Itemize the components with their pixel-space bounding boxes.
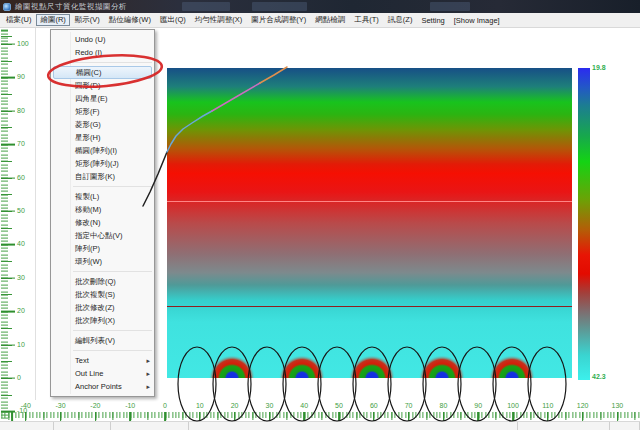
context-menu-item[interactable]: Redo (I) bbox=[51, 46, 154, 59]
colorbar-min-label: 42.3 bbox=[592, 373, 606, 380]
window-title: 繪圖視點尺寸質化監視擷圖分析 bbox=[15, 2, 127, 12]
context-menu-item[interactable]: 移動(M) bbox=[51, 203, 154, 216]
menu-item-draw[interactable]: 繪圖(R) bbox=[36, 14, 69, 26]
ruler-label: 50 bbox=[17, 207, 25, 214]
ruler-ticks bbox=[0, 412, 640, 421]
ruler-label: 40 bbox=[295, 402, 313, 409]
ruler-label: 20 bbox=[226, 402, 244, 409]
ruler-label: 130 bbox=[608, 402, 626, 409]
context-menu-item[interactable]: 四角星(E) bbox=[51, 92, 154, 105]
context-menu-item[interactable]: 自訂圖形(K) bbox=[51, 170, 154, 183]
lower-marker-line bbox=[167, 306, 572, 307]
menu-separator bbox=[73, 62, 152, 63]
ruler-label: 0 bbox=[156, 402, 174, 409]
context-menu-item[interactable]: Undo (U) bbox=[51, 33, 154, 46]
ruler-label: 60 bbox=[365, 402, 383, 409]
status-cell bbox=[0, 422, 54, 430]
workspace: 1009080706050403020100-10 -40-30-20-1001… bbox=[0, 28, 640, 421]
context-menu-item[interactable]: Out Line▸ bbox=[51, 367, 154, 380]
titlebar-decoration bbox=[182, 2, 230, 11]
menu-item-show-image[interactable]: [Show Image] bbox=[450, 15, 504, 26]
menu-item-tools[interactable]: 工具(T) bbox=[350, 14, 383, 26]
colorbar bbox=[578, 68, 590, 380]
ruler-label: -40 bbox=[17, 402, 35, 409]
app-window: 繪圖視點尺寸質化監視擷圖分析 檔案(U)繪圖(R)顯示(V)點位編修(W)匯出(… bbox=[0, 0, 640, 430]
ruler-label: 30 bbox=[260, 402, 278, 409]
context-menu-item[interactable]: 修改(N) bbox=[51, 216, 154, 229]
ruler-label: 10 bbox=[17, 341, 25, 348]
ruler-label: -20 bbox=[86, 402, 104, 409]
ruler-label: 0 bbox=[17, 374, 21, 381]
context-menu-item[interactable]: 環列(W) bbox=[51, 255, 154, 268]
menu-item-file[interactable]: 檔案(U) bbox=[2, 14, 35, 26]
context-menu-item[interactable]: 複製(L) bbox=[51, 190, 154, 203]
context-menu-item[interactable]: 橢圓(陣列)(I) bbox=[51, 144, 154, 157]
context-menu-item[interactable]: Text▸ bbox=[51, 354, 154, 367]
ruler-label: 70 bbox=[400, 402, 418, 409]
ruler-label: 70 bbox=[17, 140, 25, 147]
status-bar bbox=[0, 421, 640, 430]
ruler-label: 40 bbox=[17, 240, 25, 247]
titlebar-decoration bbox=[252, 2, 307, 11]
menu-bar: 檔案(U)繪圖(R)顯示(V)點位編修(W)匯出(Q)均勻性調整(X)圖片合成調… bbox=[0, 13, 640, 28]
context-menu: Undo (U)Redo (I)橢圓(C)圓形(D)四角星(E)矩形(F)菱形(… bbox=[50, 29, 155, 397]
ruler-label: 100 bbox=[17, 40, 29, 47]
context-menu-item[interactable]: 菱形(G) bbox=[51, 118, 154, 131]
context-menu-item[interactable]: 矩形(陣列)(J) bbox=[51, 157, 154, 170]
context-menu-item[interactable]: Anchor Points▸ bbox=[51, 380, 154, 393]
ruler-label: -10 bbox=[121, 402, 139, 409]
menu-item-uniformity[interactable]: 均勻性調整(X) bbox=[191, 14, 247, 26]
submenu-arrow-icon: ▸ bbox=[146, 367, 150, 380]
ruler-ticks bbox=[1, 28, 15, 420]
colorbar-max-label: 19.8 bbox=[592, 64, 606, 71]
submenu-arrow-icon: ▸ bbox=[146, 380, 150, 393]
menu-item-compose[interactable]: 圖片合成調整(Y) bbox=[247, 14, 310, 26]
context-menu-item[interactable]: 星形(H) bbox=[51, 131, 154, 144]
menu-item-dot-check[interactable]: 網點檢調 bbox=[311, 14, 349, 26]
ruler-label: 100 bbox=[504, 402, 522, 409]
ruler-label: 80 bbox=[434, 402, 452, 409]
upper-marker-line bbox=[167, 201, 572, 202]
menu-item-view[interactable]: 顯示(V) bbox=[71, 14, 104, 26]
context-menu-item[interactable]: 批次陣列(X) bbox=[51, 314, 154, 327]
context-menu-item[interactable]: 矩形(F) bbox=[51, 105, 154, 118]
vertical-ruler: 1009080706050403020100-10 bbox=[0, 28, 34, 420]
menu-item-point-edit[interactable]: 點位編修(W) bbox=[105, 14, 155, 26]
ruler-label: 110 bbox=[539, 402, 557, 409]
ruler-label: -30 bbox=[52, 402, 70, 409]
horizontal-ruler: -40-30-20-100102030405060708090100110120… bbox=[0, 400, 640, 421]
status-cell bbox=[54, 422, 111, 430]
titlebar-decoration bbox=[430, 2, 470, 11]
heatmap-image[interactable] bbox=[167, 68, 572, 378]
status-cell bbox=[518, 422, 610, 430]
submenu-arrow-icon: ▸ bbox=[146, 354, 150, 367]
menu-separator bbox=[73, 330, 152, 331]
menu-item-info[interactable]: 訊息(Z) bbox=[384, 14, 417, 26]
status-cell bbox=[610, 422, 640, 430]
context-menu-item[interactable]: 編輯列表(V) bbox=[51, 334, 154, 347]
menu-item-setting[interactable]: Setting bbox=[417, 15, 448, 26]
ruler-label: 90 bbox=[469, 402, 487, 409]
ruler-label: 60 bbox=[17, 174, 25, 181]
context-menu-item[interactable]: 批次刪除(Q) bbox=[51, 275, 154, 288]
context-menu-item[interactable]: 指定中心點(V) bbox=[51, 229, 154, 242]
ruler-label: 30 bbox=[17, 274, 25, 281]
title-bar[interactable]: 繪圖視點尺寸質化監視擷圖分析 bbox=[0, 0, 640, 13]
ruler-label: 20 bbox=[17, 307, 25, 314]
status-cell bbox=[111, 422, 189, 430]
context-menu-item[interactable]: 批次修改(Z) bbox=[51, 301, 154, 314]
client-border bbox=[35, 28, 36, 400]
ruler-label: 90 bbox=[17, 73, 25, 80]
context-menu-item[interactable]: 批次複製(S) bbox=[51, 288, 154, 301]
app-icon bbox=[3, 3, 11, 11]
menu-separator bbox=[73, 271, 152, 272]
menu-separator bbox=[73, 350, 152, 351]
context-menu-item[interactable]: 陣列(P) bbox=[51, 242, 154, 255]
ruler-label: 120 bbox=[574, 402, 592, 409]
menu-separator bbox=[73, 186, 152, 187]
ruler-label: 80 bbox=[17, 107, 25, 114]
context-menu-item[interactable]: 橢圓(C) bbox=[53, 66, 152, 79]
menu-item-export[interactable]: 匯出(Q) bbox=[156, 14, 190, 26]
context-menu-item[interactable]: 圓形(D) bbox=[51, 79, 154, 92]
ruler-label: 10 bbox=[191, 402, 209, 409]
